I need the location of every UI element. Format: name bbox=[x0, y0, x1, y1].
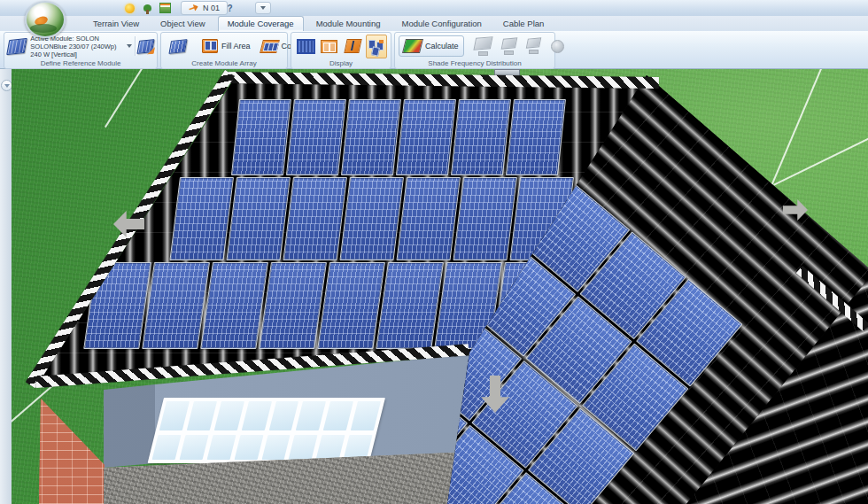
viewport-side-rail bbox=[0, 69, 12, 504]
group-label: Display bbox=[291, 59, 391, 67]
pv-module[interactable] bbox=[396, 99, 456, 175]
display-outline-button[interactable] bbox=[319, 35, 341, 58]
pv-module[interactable] bbox=[226, 177, 291, 260]
flip-icon[interactable] bbox=[89, 3, 100, 14]
group-shade-frequency-distribution: Calculate Shade Frequency Distribution bbox=[394, 32, 555, 69]
tab-module-mounting[interactable]: Module Mounting bbox=[307, 17, 390, 31]
module-scatter-icon bbox=[368, 40, 384, 53]
skylight-pane bbox=[261, 435, 291, 460]
pv-module[interactable] bbox=[259, 262, 327, 349]
group-define-reference-module: Active Module: SOLON SOLONBlue 230/07 (2… bbox=[4, 32, 158, 69]
skylight-pane bbox=[268, 401, 298, 430]
skylight-pane bbox=[344, 435, 373, 460]
pv-module[interactable] bbox=[317, 262, 385, 349]
north-label: N 01 bbox=[203, 4, 220, 12]
shade-sphere-button[interactable] bbox=[551, 35, 564, 58]
fill-area-icon bbox=[202, 39, 218, 53]
group-label: Create Module Array bbox=[161, 59, 287, 67]
viewport-3d[interactable] bbox=[12, 69, 868, 504]
skylight-pane bbox=[296, 401, 326, 430]
calculate-button[interactable]: Calculate bbox=[399, 35, 464, 57]
skylight-pane bbox=[179, 435, 208, 460]
title-bar: ? N 01 bbox=[0, 0, 868, 17]
north-arrow-icon bbox=[188, 3, 199, 12]
group-label: Shade Frequency Distribution bbox=[395, 59, 554, 67]
pv-module[interactable] bbox=[286, 99, 346, 175]
shade-calculate-icon bbox=[402, 39, 423, 53]
pv-module[interactable] bbox=[200, 262, 268, 349]
north-dropdown-button[interactable] bbox=[255, 2, 271, 14]
pv-module[interactable] bbox=[376, 262, 444, 349]
skylight-pane bbox=[213, 401, 244, 430]
reference-module-icon bbox=[6, 37, 27, 54]
gray-panel-icon bbox=[473, 36, 492, 50]
group-label: Define Reference Module bbox=[4, 59, 157, 67]
north-orientation-selector[interactable]: N 01 bbox=[181, 1, 228, 15]
pv-module[interactable] bbox=[341, 99, 401, 175]
pv-module[interactable] bbox=[231, 99, 291, 175]
assign-module-button[interactable] bbox=[136, 39, 155, 54]
pv-module[interactable] bbox=[453, 177, 517, 260]
skylight-pane bbox=[241, 401, 271, 430]
skylight-pane bbox=[152, 435, 182, 460]
fill-area-button[interactable]: Fill Area bbox=[197, 35, 256, 57]
pv-module[interactable] bbox=[506, 99, 566, 175]
active-module-dropdown-icon[interactable] bbox=[127, 44, 132, 48]
tab-cable-plan[interactable]: Cable Plan bbox=[494, 17, 553, 31]
pv-module[interactable] bbox=[142, 262, 210, 349]
work-area bbox=[0, 69, 868, 504]
skylight-pane bbox=[351, 401, 381, 430]
skylight-pane bbox=[159, 401, 190, 430]
sun-icon[interactable] bbox=[124, 3, 136, 14]
gray-panel-icon bbox=[525, 37, 541, 48]
skylight-pane bbox=[289, 435, 318, 460]
pv-module[interactable] bbox=[396, 177, 461, 260]
skylight-pane bbox=[234, 435, 263, 460]
tree-icon[interactable] bbox=[142, 3, 153, 14]
skylight-pane bbox=[316, 435, 345, 460]
sphere-icon bbox=[551, 40, 564, 53]
tab-module-coverage[interactable]: Module Coverage bbox=[218, 16, 304, 31]
image-icon[interactable] bbox=[159, 3, 171, 14]
shade-view-2-button[interactable] bbox=[502, 35, 516, 58]
module-texture-icon bbox=[297, 39, 315, 54]
pv-module[interactable] bbox=[451, 99, 511, 175]
new-module-array-button[interactable] bbox=[165, 36, 191, 57]
application-window: ? N 01 Terrain View Object View Module C… bbox=[0, 0, 868, 504]
skylight-pane bbox=[187, 401, 217, 430]
tab-object-view[interactable]: Object View bbox=[151, 17, 214, 31]
display-texture-button[interactable] bbox=[295, 35, 317, 58]
tab-module-configuration[interactable]: Module Configuration bbox=[393, 17, 491, 31]
skylight-pane bbox=[323, 401, 353, 430]
display-scatter-button[interactable] bbox=[366, 35, 388, 58]
cover-icon bbox=[260, 40, 280, 53]
pv-module[interactable] bbox=[339, 177, 404, 260]
tab-terrain-view[interactable]: Terrain View bbox=[84, 17, 148, 31]
ribbon-tab-row: Terrain View Object View Module Coverage… bbox=[0, 16, 868, 31]
pv-module[interactable] bbox=[283, 177, 347, 260]
shade-view-1-button[interactable] bbox=[475, 35, 492, 58]
bucket-icon[interactable] bbox=[106, 3, 118, 14]
ribbon: Active Module: SOLON SOLONBlue 230/07 (2… bbox=[0, 31, 868, 69]
module-outline-icon bbox=[321, 40, 337, 53]
shade-view-3-button[interactable] bbox=[527, 35, 540, 58]
display-dimension-button[interactable] bbox=[342, 35, 364, 58]
pv-module[interactable] bbox=[169, 177, 234, 260]
group-create-module-array: Fill Area Cover Create Module Array bbox=[160, 32, 288, 69]
gray-panel-icon bbox=[500, 37, 517, 49]
skylight-pane bbox=[206, 435, 236, 460]
skylight-window bbox=[148, 398, 385, 463]
app-logo-icon[interactable] bbox=[25, 1, 66, 38]
group-display: Display bbox=[291, 32, 391, 69]
dimension-arrow-icon bbox=[344, 39, 361, 53]
